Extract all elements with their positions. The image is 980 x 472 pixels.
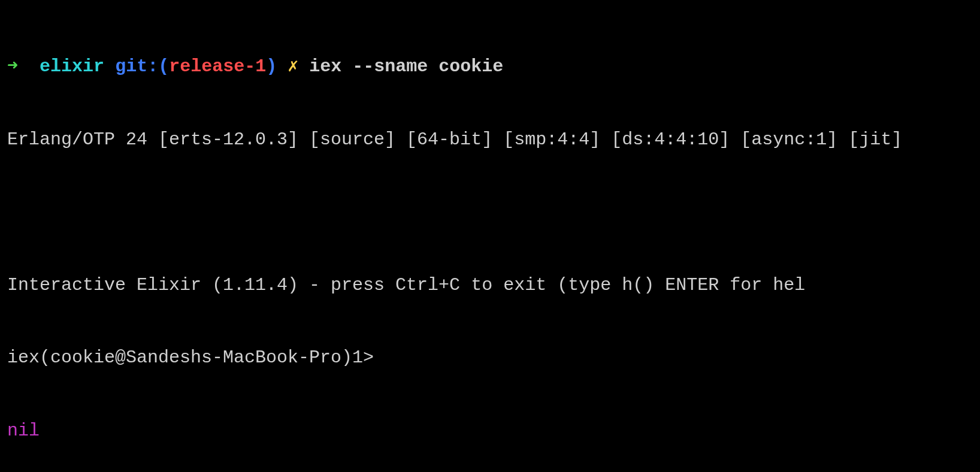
terminal[interactable]: ➜ elixir git:(release-1) ✗ iex --sname c… (0, 0, 980, 472)
shell-command: iex --sname cookie (309, 56, 503, 77)
prompt-dir: elixir (40, 56, 104, 77)
iex-prompt-1: iex(cookie@Sandeshs-MacBook-Pro)1> (7, 346, 973, 370)
erlang-banner: Erlang/OTP 24 [erts-12.0.3] [source] [64… (7, 128, 973, 152)
output-nil: nil (7, 419, 973, 443)
prompt-git-prefix: git:( (115, 56, 169, 77)
prompt-arrow-icon: ➜ (7, 56, 18, 77)
prompt-dirty-icon: ✗ (288, 56, 298, 77)
shell-prompt-line: ➜ elixir git:(release-1) ✗ iex --sname c… (7, 55, 973, 79)
prompt-git-suffix: ) (266, 56, 277, 77)
blank-line (7, 200, 973, 225)
interactive-banner: Interactive Elixir (1.11.4) - press Ctrl… (7, 273, 973, 298)
prompt-branch: release-1 (169, 56, 266, 77)
